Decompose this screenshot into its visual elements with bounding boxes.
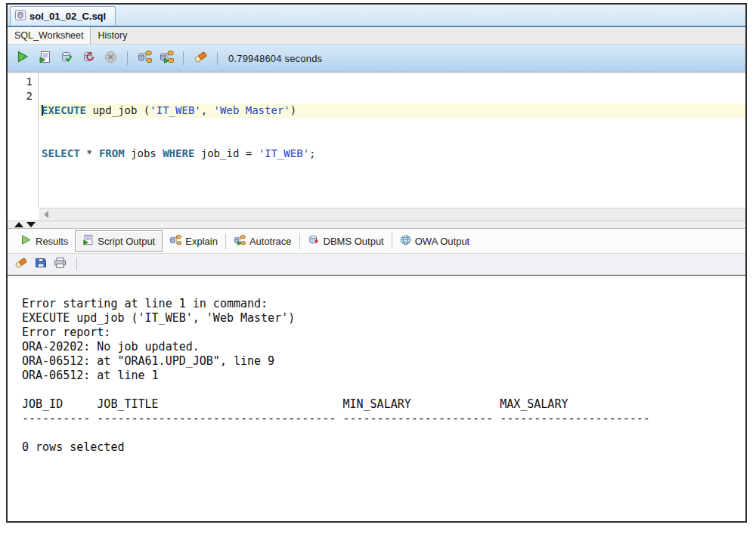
- sql-text: ,: [201, 104, 214, 116]
- run-icon: [16, 50, 29, 66]
- file-tab-bar: sol_01_02_C.sql: [8, 5, 745, 27]
- tab-separator: [299, 233, 300, 249]
- sql-text: jobs: [125, 147, 163, 159]
- cancel-icon: [104, 51, 117, 66]
- tab-sql-worksheet[interactable]: SQL_Worksheet: [8, 27, 91, 44]
- tab-separator: [392, 233, 392, 249]
- clear-icon: [14, 258, 28, 271]
- line-number: 1: [8, 75, 33, 89]
- cancel-button[interactable]: [101, 49, 119, 67]
- code-line-1[interactable]: EXECUTE upd_job ('IT_WEB', 'Web Master'): [39, 103, 745, 118]
- code-area[interactable]: EXECUTE upd_job ('IT_WEB', 'Web Master')…: [39, 73, 745, 208]
- line-number: 2: [8, 89, 33, 103]
- clear-output-button[interactable]: [14, 257, 28, 272]
- sql-keyword: WHERE: [163, 147, 194, 159]
- sql-keyword: EXECUTE: [42, 104, 86, 116]
- sql-string: 'IT_WEB': [259, 147, 309, 159]
- tab-dbms-output-label: DBMS Output: [324, 236, 384, 247]
- print-output-button[interactable]: [54, 257, 67, 272]
- toolbar-separator: [183, 51, 184, 65]
- scrollbar-left-arrow[interactable]: [39, 208, 53, 221]
- autotrace-icon: [160, 51, 174, 66]
- worksheet-toolbar: 0.79948604 seconds: [8, 45, 745, 73]
- script-output-toolbar: [8, 254, 745, 275]
- tab-explain[interactable]: Explain: [163, 232, 225, 251]
- tab-script-output-label: Script Output: [98, 236, 155, 247]
- line-number-gutter: 1 2: [8, 73, 39, 208]
- file-tab-label: sol_01_02_C.sql: [29, 11, 106, 22]
- tab-dbms-output[interactable]: DBMS Output: [301, 231, 391, 251]
- tab-owa-output-label: OWA Output: [415, 236, 470, 247]
- rollback-icon: [82, 51, 95, 66]
- file-tab-sol_01_02_C[interactable]: sol_01_02_C.sql: [10, 6, 116, 26]
- sql-editor[interactable]: 1 2 EXECUTE upd_job ('IT_WEB', 'Web Mast…: [8, 73, 745, 221]
- sql-keyword: FROM: [99, 147, 125, 159]
- sql-text: job_id =: [194, 147, 258, 159]
- tab-owa-output[interactable]: OWA Output: [393, 231, 477, 251]
- tab-history-label: History: [98, 30, 127, 41]
- explain-icon: [169, 235, 181, 248]
- run-statement-button[interactable]: [14, 49, 32, 67]
- tab-sql-worksheet-label: SQL_Worksheet: [14, 30, 83, 41]
- commit-icon: [60, 51, 73, 66]
- globe-icon: [400, 234, 411, 248]
- sql-text: upd_job (: [86, 104, 150, 116]
- sql-text: ;: [309, 147, 315, 159]
- play-icon: [20, 234, 32, 248]
- tab-separator: [225, 233, 226, 249]
- dbms-output-icon: [308, 234, 320, 248]
- tab-script-output[interactable]: Script Output: [75, 230, 163, 252]
- clear-icon: [194, 51, 208, 66]
- sql-string: 'Web Master': [214, 104, 290, 116]
- editor-body[interactable]: 1 2 EXECUTE upd_job ('IT_WEB', 'Web Mast…: [8, 73, 745, 208]
- toolbar-separator: [217, 51, 218, 65]
- sql-developer-window: sol_01_02_C.sql SQL_Worksheet History: [6, 3, 747, 523]
- tab-autotrace-label: Autotrace: [249, 236, 292, 247]
- commit-button[interactable]: [57, 49, 76, 67]
- collapse-up-icon[interactable]: [14, 222, 23, 227]
- sql-text: *: [80, 147, 99, 159]
- script-output-text: Error starting at line 1 in command: EXE…: [8, 276, 745, 455]
- sql-file-icon: [15, 10, 26, 23]
- tab-explain-label: Explain: [185, 236, 218, 247]
- tab-history[interactable]: History: [91, 27, 134, 44]
- script-output-panel[interactable]: Error starting at line 1 in command: EXE…: [8, 275, 745, 521]
- script-icon: [82, 234, 94, 248]
- tab-results[interactable]: Results: [14, 231, 75, 251]
- panel-splitter[interactable]: [8, 221, 745, 229]
- worksheet-tab-bar: SQL_Worksheet History: [8, 27, 745, 45]
- collapse-down-icon[interactable]: [26, 222, 36, 227]
- chevron-left-icon: [44, 211, 48, 218]
- tab-autotrace[interactable]: Autotrace: [227, 232, 299, 251]
- rollback-button[interactable]: [79, 49, 98, 67]
- results-tab-bar: Results Script Output: [8, 229, 745, 254]
- print-icon: [54, 258, 67, 271]
- run-script-button[interactable]: [36, 49, 54, 67]
- autotrace-button[interactable]: [157, 49, 175, 67]
- sql-keyword: SELECT: [42, 147, 80, 159]
- explain-plan-icon: [138, 51, 152, 66]
- toolbar-separator: [76, 258, 77, 270]
- toolbar-separator: [127, 51, 128, 65]
- explain-plan-button[interactable]: [135, 49, 153, 67]
- autotrace-icon: [234, 235, 246, 248]
- clear-button[interactable]: [191, 49, 209, 67]
- save-icon: [35, 258, 47, 271]
- horizontal-scrollbar[interactable]: [39, 208, 745, 221]
- tab-results-label: Results: [36, 236, 68, 247]
- sql-string: 'IT_WEB': [150, 104, 200, 116]
- save-output-button[interactable]: [35, 257, 47, 272]
- run-script-icon: [39, 51, 51, 66]
- sql-text: ): [290, 104, 296, 116]
- execution-timer: 0.79948604 seconds: [228, 53, 322, 64]
- code-line-2[interactable]: SELECT * FROM jobs WHERE job_id = 'IT_WE…: [39, 147, 745, 161]
